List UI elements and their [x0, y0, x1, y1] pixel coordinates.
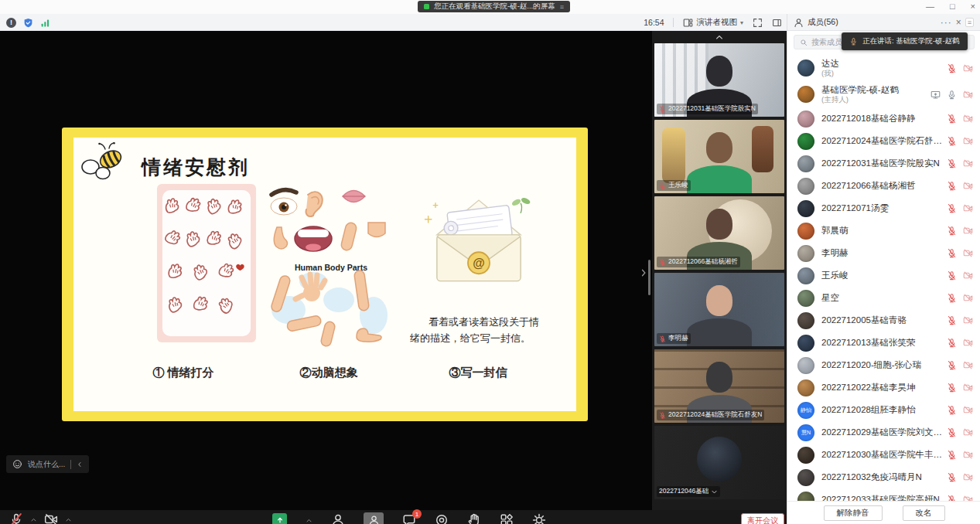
member-status-icons	[947, 383, 973, 393]
camera-off-button[interactable]	[44, 512, 58, 524]
member-row[interactable]: 达达 (我)	[787, 55, 980, 81]
camera-options-caret-icon[interactable]	[65, 516, 72, 523]
fullscreen-icon[interactable]	[753, 18, 763, 28]
maximize-button[interactable]: □	[950, 2, 955, 11]
video-tile[interactable]: 2022712031基础医学院殷实N	[654, 43, 784, 117]
member-row[interactable]: 郭晨萌	[787, 219, 980, 242]
chat-placeholder[interactable]: 说点什么...	[28, 459, 65, 470]
member-row[interactable]: 2022712022基础李昊坤	[787, 376, 980, 399]
collapse-strip-chevron-icon[interactable]	[639, 267, 648, 279]
window-controls: — □ ×	[926, 0, 975, 13]
camera-off-icon	[963, 405, 973, 415]
member-row[interactable]: 2022712024基础医学院石舒友N	[787, 130, 980, 152]
panel-close-icon[interactable]: ×	[956, 17, 961, 28]
settings-gear-icon[interactable]	[532, 513, 546, 524]
member-row[interactable]: 2022712066基础杨湘哲	[787, 175, 980, 197]
member-row[interactable]: 2022712032免疫冯晴月N	[787, 466, 980, 488]
unmute-button[interactable]: 解除静音	[824, 505, 883, 521]
security-shield-icon[interactable]	[23, 18, 33, 28]
mic-muted-icon	[947, 427, 957, 437]
video-tile[interactable]: 李明赫	[654, 273, 784, 346]
video-tile[interactable]: 王乐峻	[654, 120, 784, 193]
caption-step-1: ① 情绪打分	[129, 366, 237, 380]
member-status-icons	[947, 203, 973, 213]
member-row[interactable]: 王乐峻	[787, 264, 980, 287]
member-name: 2022712005基础青骆	[821, 315, 947, 325]
minimize-button[interactable]: —	[926, 2, 934, 11]
screen-share-button[interactable]	[272, 513, 287, 524]
member-row[interactable]: 2022712033基础医学院高妍N	[787, 488, 980, 501]
member-row[interactable]: 2022712020-细胞-张心瑞	[787, 354, 980, 376]
meeting-window: 您正在观看基础医学院-硕-赵...的屏幕 ≡ — □ × ! 16:54 演讲者…	[0, 0, 980, 524]
member-avatar	[797, 86, 814, 103]
member-row[interactable]: 2022712013基础张笑荣	[787, 332, 980, 354]
screen-share-active-icon	[424, 4, 429, 9]
window-titlebar: 您正在观看基础医学院-硕-赵...的屏幕 ≡ — □ ×	[0, 0, 980, 14]
quick-chat-bar[interactable]: 说点什么...	[6, 455, 89, 473]
emoji-icon[interactable]	[12, 459, 22, 469]
member-row[interactable]: 2022712071汤雯	[787, 197, 980, 219]
member-row[interactable]: 静怡 2022712028组胚李静怡	[787, 399, 980, 421]
rename-button[interactable]: 改名	[903, 505, 945, 521]
participant-name: 李明赫	[668, 334, 688, 343]
member-row[interactable]: 李明赫	[787, 242, 980, 264]
raise-hand-button[interactable]	[467, 513, 481, 524]
members-button-active[interactable]	[364, 512, 384, 524]
mic-muted-icon	[947, 450, 957, 460]
network-signal-icon[interactable]	[40, 18, 50, 28]
strip-scrollbar[interactable]	[648, 260, 650, 295]
leave-meeting-button[interactable]: 离开会议	[741, 513, 784, 524]
more-options-icon[interactable]: ···	[941, 17, 952, 28]
collapse-videos-icon[interactable]	[713, 32, 726, 42]
chat-button[interactable]: 1	[402, 513, 416, 524]
members-icon	[794, 18, 804, 28]
video-tile[interactable]: 2022712046基础	[654, 426, 784, 499]
mic-muted-icon	[659, 106, 666, 113]
video-tile[interactable]: 2022712024基础医学院石舒友N	[654, 349, 784, 423]
share-options-caret-icon[interactable]	[306, 517, 312, 524]
svg-text:@: @	[473, 257, 484, 270]
mic-options-caret-icon[interactable]	[30, 516, 37, 523]
side-panel-icon[interactable]	[772, 18, 782, 28]
member-name: 2022712033基础医学院高妍N	[821, 494, 947, 501]
view-mode-dropdown[interactable]: 演讲者视图 ▾	[683, 17, 743, 28]
toolbar-left	[9, 512, 72, 524]
camera-off-icon	[963, 248, 973, 258]
meeting-info-icon[interactable]: !	[6, 18, 16, 28]
member-name: 2022712030基础医学院牛丰芳N	[821, 449, 947, 460]
screen-share-banner[interactable]: 您正在观看基础医学院-硕-赵...的屏幕 ≡	[418, 1, 570, 12]
slide-title: 情绪安慰剂	[142, 155, 250, 180]
member-row[interactable]: 2022712030基础医学院牛丰芳N	[787, 444, 980, 466]
member-row[interactable]: 基础医学院-硕-赵鹤 (主持人)	[787, 81, 980, 107]
member-avatar	[797, 312, 814, 329]
member-row[interactable]: 星空	[787, 287, 980, 309]
video-tile[interactable]: 2022712066基础杨湘哲	[654, 196, 784, 270]
microphone-muted-button[interactable]	[9, 512, 23, 524]
member-role: (我)	[821, 69, 947, 77]
member-row[interactable]: 慧N 2022712029基础医学院刘文慧N	[787, 421, 980, 444]
member-avatar	[797, 335, 814, 352]
mic-muted-icon	[947, 203, 957, 213]
invite-button[interactable]	[331, 513, 345, 524]
member-row[interactable]: 2022712018基础谷静静	[787, 107, 980, 130]
member-status-icons	[947, 158, 973, 168]
banner-menu-icon[interactable]: ≡	[560, 3, 564, 11]
member-row[interactable]: 2022712031基础医学院殷实N	[787, 152, 980, 175]
apps-button[interactable]	[500, 513, 514, 524]
member-status-icons	[947, 360, 973, 370]
member-status-icons	[947, 136, 973, 146]
mic-muted-icon	[947, 248, 957, 258]
record-button[interactable]	[435, 513, 449, 524]
close-button[interactable]: ×	[971, 2, 975, 11]
member-row[interactable]: 2022712005基础青骆	[787, 309, 980, 332]
speaking-mic-icon	[849, 37, 858, 46]
member-status-icons	[947, 248, 973, 258]
member-avatar: 慧N	[797, 424, 814, 441]
chevron-down-icon[interactable]	[711, 488, 718, 495]
camera-off-icon	[963, 315, 973, 325]
member-name: 2022712020-细胞-张心瑞	[821, 359, 947, 370]
chevron-left-icon[interactable]	[77, 461, 83, 468]
panel-dock-icon[interactable]: ≡	[965, 18, 974, 27]
member-status-icons	[947, 450, 973, 460]
mic-muted-icon	[659, 182, 666, 189]
